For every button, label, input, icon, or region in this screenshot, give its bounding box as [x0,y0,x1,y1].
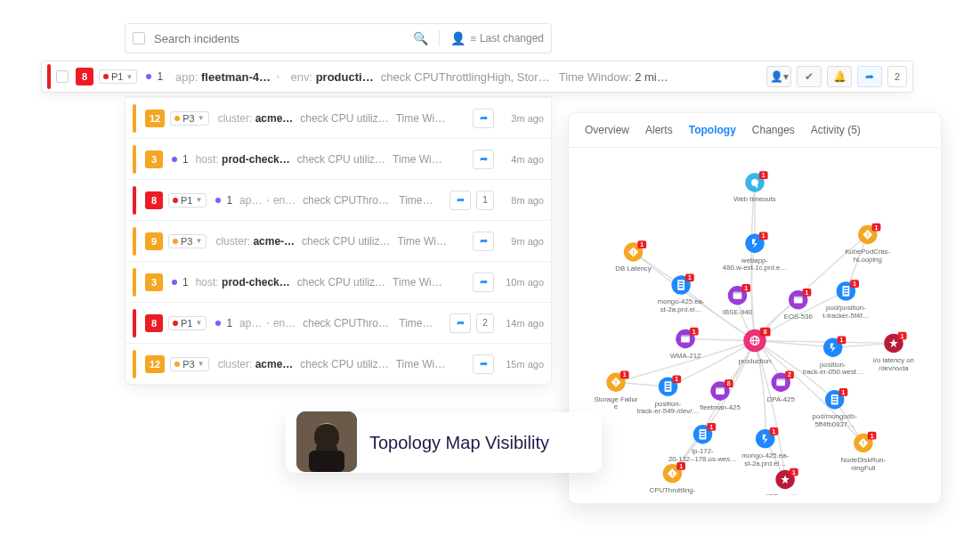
svg-text:1: 1 [675,376,678,382]
share-button[interactable]: ➦ [857,66,882,87]
timestamp: 8m ago [499,195,544,206]
node-ip172[interactable]: 1ip-172-20-132--178.us-wes… [668,423,737,463]
share-button[interactable]: ➦ [473,232,494,251]
node-dpa[interactable]: 2DPA-425 [767,371,796,403]
timestamp: 15m ago [499,359,544,370]
share-button[interactable]: ➦ [473,109,494,128]
topology-graph[interactable]: 8production1Web timeouts1webapp-480.w-es… [569,148,941,495]
node-nodedisk[interactable]: !1NodeDiskRun-ningFull [841,432,887,472]
svg-text:/dev/xvda: /dev/xvda [879,364,909,372]
row-checkbox[interactable] [56,70,69,83]
node-dblatency[interactable]: !1DB Latency [615,240,651,272]
svg-text:pod/mongodb-: pod/mongodb- [813,412,858,420]
svg-text:track-er-549-/dev/…: track-er-549-/dev/… [637,407,699,415]
node-iolat[interactable]: 1i/o latency on /dev/xvda [873,332,914,372]
node-kubepod[interactable]: !1KubePodCras-hLooping [845,224,891,264]
assign-icon[interactable]: 👤 [450,31,466,45]
node-fleetman[interactable]: 8fleetman-425 [700,379,741,411]
svg-text:mongo-425.ea-: mongo-425.ea- [741,451,789,459]
select-all-checkbox[interactable] [133,32,145,45]
priority-chip[interactable]: P3▼ [168,234,207,248]
featured-incident-row[interactable]: 8 P1 ▼ 1 app: fleetman-4… · env: product… [41,61,913,93]
tab-overview[interactable]: Overview [585,124,629,136]
timestamp: 14m ago [499,318,544,329]
tag2-label: en… [273,317,296,329]
priority-chip[interactable]: P3▼ [170,357,208,371]
incident-row[interactable]: 31host: prod-check…check CPU utiliz…Time… [126,261,551,302]
svg-rect-101 [776,378,785,380]
check-summary: check CPUThrot… [303,194,392,207]
svg-text:1: 1 [640,241,644,248]
timestamp: 4m ago [499,154,544,165]
share-count: 2 [887,66,907,87]
priority-chip[interactable]: P1▼ [168,316,207,330]
search-bar: 🔍 👤 ≡ Last changed [125,23,552,53]
time-window: Time Wi… [396,112,446,125]
incident-row[interactable]: 12P3▼cluster: acme…check CPU utiliz…Time… [126,97,551,138]
row-toolbar: 👤▾ ✔ 🔔 ➦ 2 [766,66,907,87]
svg-rect-63 [681,336,690,337]
node-ibse[interactable]: 1IBSE-940 [723,284,753,316]
svg-rect-107 [832,396,837,397]
node-podmongo[interactable]: 1pod/mongodb-5ff4fb0837… [813,388,858,428]
svg-text:1: 1 [842,389,846,395]
search-icon[interactable]: 🔍 [413,31,428,45]
svg-text:st-2a.prd.el…: st-2a.prd.el… [660,305,702,313]
svg-text:webapp-: webapp- [741,256,768,264]
notify-button[interactable]: 🔔 [827,66,852,87]
svg-text:IBSE-940: IBSE-940 [723,308,753,316]
incident-row[interactable]: 8P1▼1ap…·en…check CPUThrot…Time…➦18m ago [126,179,551,220]
node-podpos[interactable]: 1pod/position-t-tracker-5f4f… [822,280,869,320]
share-button[interactable]: ➦ [473,272,494,292]
incident-row[interactable]: 12P3▼cluster: acme…check CPU utiliz…Time… [126,343,551,384]
search-input[interactable] [154,32,408,45]
tab-activity-[interactable]: Activity (5) [811,124,861,136]
share-button[interactable]: ➦ [450,313,471,333]
svg-text:1: 1 [692,329,696,335]
incident-row[interactable]: 9P3▼cluster: acme-…check CPU utiliz…Time… [126,220,551,261]
node-wma[interactable]: 1WMA-212 [670,328,701,360]
svg-text:8: 8 [764,329,767,335]
svg-text:1: 1 [709,424,713,430]
priority-chip[interactable]: P3▼ [170,111,208,126]
share-button[interactable]: ➦ [473,354,494,374]
svg-text:production: production [739,357,771,365]
incident-row[interactable]: 31host: prod-check…check CPU utiliz…Time… [126,138,551,179]
svg-text:1: 1 [806,289,809,296]
svg-text:20-132--178.us-wes…: 20-132--178.us-wes… [668,455,737,463]
node-ioex[interactable]: 1IOException [766,468,804,495]
node-web-timeouts[interactable]: 1Web timeouts [733,171,776,203]
share-button[interactable]: ➦ [450,191,471,210]
assign-button[interactable]: 👤▾ [766,66,791,87]
node-eos[interactable]: 1EOS-536 [784,289,813,321]
tab-changes[interactable]: Changes [752,124,795,136]
tag-label: cluster: acme… [218,112,294,125]
incident-row[interactable]: 8P1▼1ap…·en…check CPUThrot…Time…➦214m ag… [126,302,551,343]
node-webapp[interactable]: 1webapp-480.w-est-1c.prd.e… [723,232,787,272]
svg-text:1: 1 [773,428,776,435]
severity-accent [133,350,136,378]
priority-chip[interactable]: P1 ▼ [99,69,137,84]
priority-chip[interactable]: P1▼ [168,193,207,207]
alert-count-badge: 12 [145,110,165,127]
svg-text:NodeDiskRun-: NodeDiskRun- [841,456,887,464]
node-mongo1[interactable]: 1mongo-425.ea-st-2a.prd.el… [658,273,705,313]
node-cputhrot[interactable]: !1CPUThrottling-High [650,462,696,495]
tab-alerts[interactable]: Alerts [645,124,673,136]
tag-app-label: app: fleetman-4… [175,70,271,84]
node-postrack2[interactable]: 1position-track-er-549-/dev/… [637,375,699,415]
svg-rect-118 [701,436,705,437]
sort-dropdown[interactable]: ≡ Last changed [471,32,544,45]
alert-count-badge: 8 [76,68,93,85]
node-storage[interactable]: !1Storage Failure [595,371,638,411]
resolve-button[interactable]: ✔ [797,66,822,87]
severity-accent [133,268,136,297]
share-button[interactable]: ➦ [473,150,494,169]
node-mongo2[interactable]: 1mongo-425.ea-st-2a.prd.el… [741,427,789,468]
svg-text:1: 1 [875,224,879,231]
timestamp: 9m ago [499,236,544,247]
time-window: Time… [399,194,433,207]
tab-topology[interactable]: Topology [689,124,736,136]
svg-text:1: 1 [744,285,748,291]
svg-text:st-2a.prd.el…: st-2a.prd.el… [744,459,786,468]
